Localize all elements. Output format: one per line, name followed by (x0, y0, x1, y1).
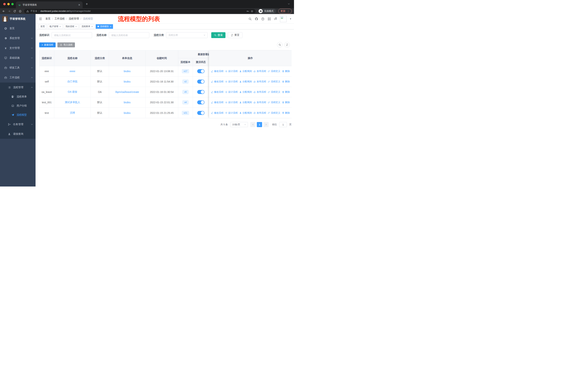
window-close-button[interactable] (3, 3, 6, 5)
reset-button[interactable]: 重置 (228, 32, 242, 38)
github-icon[interactable] (255, 17, 258, 20)
home-icon[interactable] (19, 10, 22, 13)
tag-process-model[interactable]: 流程模型× (96, 24, 113, 29)
tab-search-chevron-icon[interactable] (288, 3, 290, 5)
process-name-link[interactable]: OA 请假 (54, 87, 91, 97)
action-publish-process[interactable]: 发布流程 (253, 111, 266, 115)
action-delete[interactable]: 删除 (282, 101, 290, 104)
action-assign-rule[interactable]: 分配规则 (239, 80, 252, 83)
form-info-link[interactable]: biubiu (109, 66, 146, 76)
search-icon[interactable] (248, 17, 252, 20)
breadcrumb-home[interactable]: 首页 (45, 17, 51, 20)
close-icon[interactable]: × (91, 25, 93, 28)
action-design-process[interactable]: 设计流程 (225, 90, 238, 94)
action-assign-rule[interactable]: 分配规则 (239, 101, 252, 104)
sidebar-collapse-icon[interactable] (39, 17, 42, 20)
action-delete[interactable]: 删除 (282, 111, 290, 115)
form-info-link[interactable]: biubiu (109, 97, 146, 107)
search-button[interactable]: 搜索 (211, 32, 225, 38)
action-publish-process[interactable]: 发布流程 (253, 80, 266, 83)
breadcrumb-process-management[interactable]: 流程管理 (69, 17, 79, 20)
tag-my-process[interactable]: 我的流程× (64, 24, 79, 29)
process-name-link[interactable]: 自己审批 (54, 77, 91, 87)
back-icon[interactable] (2, 10, 5, 13)
sidebar-item-infra[interactable]: 基础设施 (0, 53, 36, 63)
action-process-definition[interactable]: 流程定义 (268, 101, 280, 104)
prev-page-button[interactable] (250, 122, 256, 127)
sidebar-logo[interactable]: 芋道管理系统 (0, 14, 36, 23)
process-name-link[interactable]: eeee (54, 66, 91, 76)
window-maximize-button[interactable] (11, 3, 14, 5)
tag-tenant-management[interactable]: 租户管理× (48, 24, 63, 29)
action-edit-process[interactable]: 修改流程 (211, 70, 223, 73)
import-process-button[interactable]: 导入流程 (57, 42, 75, 47)
close-icon[interactable]: × (59, 25, 61, 28)
active-toggle[interactable] (197, 90, 205, 94)
action-delete[interactable]: 删除 (282, 80, 290, 83)
avatar[interactable] (280, 16, 286, 22)
process-id-input[interactable] (52, 32, 92, 38)
toggle-search-button[interactable] (277, 42, 283, 48)
active-toggle[interactable] (197, 69, 205, 73)
close-icon[interactable]: × (75, 25, 77, 28)
page-number-1[interactable]: 1 (257, 122, 262, 127)
action-edit-process[interactable]: 修改流程 (211, 80, 223, 83)
action-design-process[interactable]: 设计流程 (225, 80, 238, 83)
process-name-link[interactable]: 滔博 (54, 108, 91, 118)
action-edit-process[interactable]: 修改流程 (211, 90, 223, 94)
avatar-caret-icon[interactable]: ▼ (290, 18, 292, 20)
tag-home[interactable]: 首页 (39, 24, 47, 29)
form-info-link[interactable]: biubiu (109, 77, 146, 87)
browser-update-button[interactable]: 更新 ⋮ (278, 9, 292, 14)
action-assign-rule[interactable]: 分配规则 (239, 111, 252, 115)
url-text[interactable]: dashboard.yudao.iocoder.cn/bpm/manager/m… (41, 10, 91, 12)
sidebar-item-process-form[interactable]: 流程表单 (0, 92, 36, 101)
action-publish-process[interactable]: 发布流程 (253, 101, 266, 104)
security-label[interactable]: 不安全 (31, 10, 37, 13)
action-design-process[interactable]: 设计流程 (225, 101, 238, 104)
next-page-button[interactable] (263, 122, 269, 127)
action-process-definition[interactable]: 流程定义 (268, 80, 280, 83)
sidebar-item-system[interactable]: 系统管理 (0, 33, 36, 43)
form-info-link[interactable]: /bpm/oa/leave/create (109, 87, 146, 97)
refresh-table-button[interactable] (284, 42, 290, 48)
browser-tab[interactable]: 芋道管理系统 ✕ (16, 1, 83, 8)
form-info-link[interactable]: biubiu (109, 108, 146, 118)
tag-process-form[interactable]: 流程表单× (80, 24, 94, 29)
active-toggle[interactable] (197, 80, 205, 84)
close-icon[interactable]: × (110, 25, 111, 28)
active-toggle[interactable] (197, 111, 205, 115)
active-toggle[interactable] (197, 100, 205, 104)
action-assign-rule[interactable]: 分配规则 (239, 70, 252, 73)
window-minimize-button[interactable] (7, 3, 10, 5)
forward-icon[interactable] (8, 10, 11, 13)
sidebar-item-process-model[interactable]: 流程模型 (0, 110, 36, 120)
goto-page-input[interactable] (279, 122, 287, 127)
action-process-definition[interactable]: 流程定义 (268, 111, 280, 115)
new-tab-button[interactable]: + (86, 2, 88, 6)
page-size-select[interactable]: 10条/页 (230, 122, 248, 127)
sidebar-item-payment[interactable]: ¥ 支付管理 (0, 43, 36, 53)
tab-close-icon[interactable]: ✕ (78, 3, 80, 6)
address-bar[interactable]: 不安全 dashboard.yudao.iocoder.cn/bpm/manag… (24, 9, 256, 13)
action-design-process[interactable]: 设计流程 (225, 111, 238, 115)
sidebar-item-user-group[interactable]: 用户分组 (0, 101, 36, 110)
action-assign-rule[interactable]: 分配规则 (239, 90, 252, 94)
password-key-icon[interactable] (246, 10, 249, 13)
action-delete[interactable]: 删除 (282, 70, 290, 73)
help-icon[interactable] (261, 17, 264, 20)
action-delete[interactable]: 删除 (282, 90, 290, 94)
process-category-select[interactable]: 流程分类 (166, 32, 208, 38)
action-edit-process[interactable]: 修改流程 (211, 101, 223, 104)
sidebar-item-task-management[interactable]: 任务管理 (0, 120, 36, 129)
process-name-link[interactable]: 测试多审批人 (54, 97, 91, 107)
action-edit-process[interactable]: 修改流程 (211, 111, 223, 115)
process-name-input[interactable] (109, 32, 149, 38)
browser-menu-icon[interactable]: ⋮ (287, 10, 290, 13)
font-size-icon[interactable]: TT (274, 18, 277, 20)
sidebar-item-workflow[interactable]: 工作流程 (0, 73, 36, 82)
bookmark-star-icon[interactable] (251, 10, 253, 13)
sidebar-item-home[interactable]: 首页 (0, 23, 36, 33)
sidebar-item-devtools[interactable]: 研发工具 (0, 63, 36, 73)
fullscreen-icon[interactable] (268, 17, 271, 20)
